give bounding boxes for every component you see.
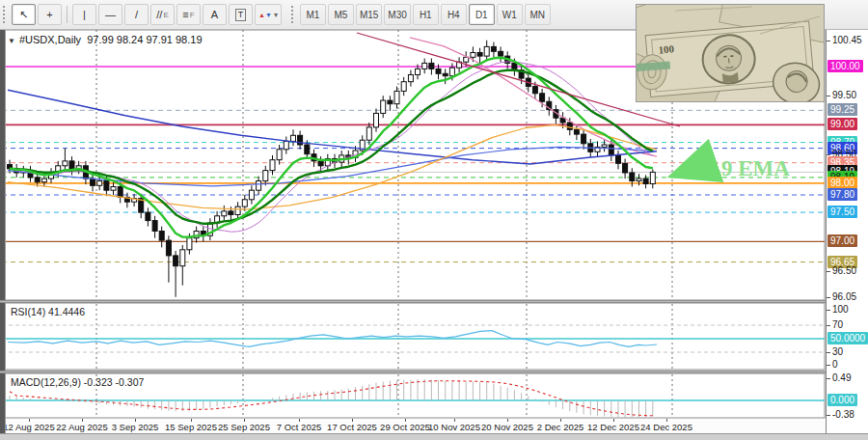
panel-separator-rsi[interactable] [0, 300, 826, 303]
drawing-tools-group: ↖+|—///E≡FAT▲▼▾ [11, 4, 283, 25]
rsi-label: RSI(14) 41.4446 [11, 306, 85, 317]
date-label: 22 Aug 2025 [56, 422, 107, 432]
axis-tick [827, 96, 830, 96]
date-label: 15 Sep 2025 [165, 422, 217, 432]
rsi-indicator-panel[interactable] [0, 303, 826, 371]
timeframe-button-H4[interactable]: H4 [441, 4, 467, 25]
timeframe-button-M5[interactable]: M5 [328, 4, 354, 25]
symbol-dropdown-icon[interactable]: ▼ [8, 37, 15, 45]
timeframe-button-M30[interactable]: M30 [384, 4, 410, 25]
axis-label-99.50: 99.50 [832, 90, 856, 100]
axis-label-96.05: 96.05 [832, 291, 856, 302]
price-badge-100.00: 100.00 [827, 60, 863, 72]
axis-label--0.38: -0.38 [832, 409, 854, 420]
date-label: 24 Dec 2025 [640, 422, 692, 432]
symbol-name: #USDX,Daily [19, 34, 81, 45]
tool-trendline-button[interactable]: / [124, 4, 149, 25]
tool-text-label-button[interactable]: T [229, 4, 253, 25]
tool-vertical-line-button[interactable]: | [72, 4, 96, 25]
timeframe-button-W1[interactable]: W1 [497, 4, 523, 25]
tool-arrows-button[interactable]: ▲▼▾ [255, 4, 282, 25]
tool-equidistant-channel-button[interactable]: //E [150, 4, 175, 25]
tool-crosshair-button[interactable]: + [38, 4, 62, 25]
tool-horizontal-line-button[interactable]: — [98, 4, 122, 25]
price-badge-97.00: 97.00 [827, 234, 857, 247]
axis-tick [827, 352, 830, 353]
date-label: 25 Sep 2025 [218, 422, 270, 432]
axis-label-100.45: 100.45 [832, 35, 862, 45]
axis-tick [827, 365, 830, 366]
timeframe-button-M1[interactable]: M1 [300, 4, 326, 25]
price-badge-99.25: 99.25 [827, 103, 857, 116]
axis-tick [827, 154, 830, 155]
toolbar-separator [67, 6, 68, 23]
price-badge-98.00: 98.00 [827, 177, 857, 189]
date-label: 29 Oct 2025 [380, 422, 430, 432]
timeframes-group: M1M5M15M30H1H4D1W1MN [299, 4, 552, 25]
date-label: 12 Aug 2025 [3, 422, 54, 432]
axis-tick [827, 271, 830, 272]
ohlc-values: 97.99 98.24 97.91 98.19 [87, 34, 202, 45]
price-badge-97.50: 97.50 [827, 206, 857, 218]
price-badge-97.80: 97.80 [827, 188, 857, 201]
timeframe-button-M15[interactable]: M15 [356, 4, 382, 25]
tool-fibonacci-button[interactable]: ≡F [176, 4, 201, 25]
price-badge-0.000: 0.000 [827, 394, 857, 406]
trading-terminal-window: ↖+|—///E≡FAT▲▼▾ M1M5M15M30H1H4D1W1MN ▼#U… [0, 0, 868, 440]
panel-separator-macd[interactable] [0, 371, 826, 373]
tool-text-button[interactable]: A [203, 4, 227, 25]
timeframe-button-H1[interactable]: H1 [413, 4, 439, 25]
price-axis[interactable]: 100.45100.0099.5099.2599.0098.7098.6098.… [826, 29, 868, 434]
macd-label: MACD(12,26,9) -0.323 -0.307 [11, 376, 144, 388]
date-label: 12 Dec 2025 [587, 422, 639, 432]
price-badge-99.00: 99.00 [827, 118, 857, 130]
axis-label-100: 100 [832, 304, 849, 315]
status-bar [0, 433, 868, 440]
date-axis[interactable]: 12 Aug 202522 Aug 20253 Sep 202515 Sep 2… [0, 419, 826, 433]
toolbar-grip-2[interactable] [290, 5, 295, 24]
date-label: 3 Sep 2025 [112, 422, 159, 432]
axis-label-70: 70 [832, 319, 843, 330]
dollar-bills-photo: 100 100 [637, 5, 824, 101]
axis-label-96.50: 96.50 [832, 265, 856, 276]
axis-label-0: 0 [832, 359, 838, 370]
axis-label-0.49: 0.49 [832, 372, 851, 383]
axis-tick [827, 310, 830, 311]
toolbar-grip[interactable] [2, 5, 7, 24]
date-label: 10 Nov 2025 [428, 422, 480, 432]
symbol-ohlc-line[interactable]: ▼#USDX,Daily 97.99 98.24 97.91 98.19 [8, 34, 203, 45]
timeframe-button-D1[interactable]: D1 [469, 4, 495, 25]
axis-tick [827, 297, 830, 298]
axis-tick [827, 41, 830, 41]
axis-label-30: 30 [832, 346, 843, 357]
date-label: 2 Dec 2025 [537, 422, 584, 432]
date-label: 17 Oct 2025 [327, 422, 377, 432]
tool-cursor-button[interactable]: ↖ [12, 4, 36, 25]
date-label: 7 Oct 2025 [277, 422, 321, 432]
date-label: 20 Nov 2025 [481, 422, 533, 432]
timeframe-button-MN[interactable]: MN [525, 4, 551, 25]
axis-tick [827, 378, 830, 379]
bill-denomination: 100 [658, 42, 675, 55]
price-badge-50.0000: 50.0000 [827, 332, 868, 344]
axis-tick [827, 325, 830, 326]
axis-tick [827, 415, 830, 416]
